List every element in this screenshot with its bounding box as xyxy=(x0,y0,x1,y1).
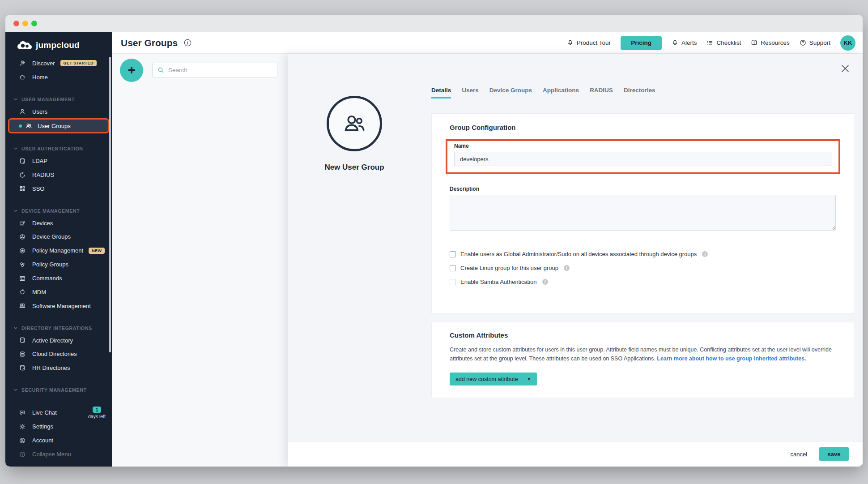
tab-radius[interactable]: RADIUS xyxy=(590,87,613,99)
group-description-textarea[interactable] xyxy=(450,195,836,231)
avatar[interactable]: KK xyxy=(840,35,855,51)
active-dot xyxy=(19,124,22,128)
sidebar-item-label: MDM xyxy=(32,289,46,296)
sidebar-item-label: SSO xyxy=(32,185,44,192)
cancel-button[interactable]: cancel xyxy=(790,451,807,458)
checkbox-label: Enable Samba Authentication xyxy=(460,278,537,285)
policy-groups-icon xyxy=(19,261,26,268)
trial-countdown: 1 days left xyxy=(88,406,106,419)
tab-details[interactable]: Details xyxy=(431,87,451,99)
sidebar-item-label: RADIUS xyxy=(32,171,54,178)
app-header: User Groups Product Tour Pricing Alerts … xyxy=(112,32,863,54)
sidebar-item-label: Active Directory xyxy=(32,337,73,344)
sidebar-item-cloud-directories[interactable]: Cloud Directories xyxy=(5,347,112,361)
sidebar-item-radius[interactable]: RADIUS xyxy=(5,168,112,182)
jumpcloud-logo: jumpcloud xyxy=(17,40,112,50)
directory-db-icon xyxy=(19,337,26,344)
tab-applications[interactable]: Applications xyxy=(543,87,579,99)
group-name-input[interactable] xyxy=(454,152,832,166)
alerts-button[interactable]: Alerts xyxy=(672,39,697,46)
sidebar-item-settings[interactable]: Settings xyxy=(5,420,112,433)
sidebar-item-policy-management[interactable]: Policy Management NEW xyxy=(5,244,112,257)
sidebar-item-device-groups[interactable]: Device Groups xyxy=(5,230,112,244)
sidebar-bottom: Live Chat 1 days left Settings Account xyxy=(5,395,112,467)
tab-directories[interactable]: Directories xyxy=(624,87,655,99)
section-label: DIRECTORY INTEGRATIONS xyxy=(21,326,92,331)
chevron-down-icon xyxy=(13,97,18,102)
checkbox-row-samba: Enable Samba Authentication i xyxy=(450,278,836,285)
linux-group-checkbox[interactable] xyxy=(450,265,456,271)
sidebar-scrollbar[interactable] xyxy=(109,57,111,352)
new-user-group-panel: New User Group Details Users Device Grou… xyxy=(288,54,863,467)
main-area: User Groups Product Tour Pricing Alerts … xyxy=(112,32,863,467)
learn-more-link[interactable]: Learn more about how to use group inheri… xyxy=(657,356,806,362)
close-window-button[interactable] xyxy=(13,21,19,26)
collapse-arrow-icon xyxy=(19,451,26,458)
sidebar-item-user-groups[interactable]: User Groups xyxy=(8,118,109,133)
sidebar-item-active-directory[interactable]: Active Directory xyxy=(5,334,112,347)
info-icon[interactable]: i xyxy=(542,279,548,285)
sidebar-item-collapse-menu[interactable]: Collapse Menu xyxy=(5,447,112,461)
chevron-down-icon xyxy=(13,388,18,392)
sidebar-item-mdm[interactable]: MDM xyxy=(5,285,112,299)
info-icon[interactable]: i xyxy=(564,265,570,271)
bell-icon xyxy=(672,39,678,46)
info-icon[interactable] xyxy=(184,39,191,47)
section-security-management[interactable]: SECURITY MANAGEMENT xyxy=(5,385,112,395)
section-user-authentication[interactable]: USER AUTHENTICATION xyxy=(5,143,112,154)
add-user-group-button[interactable]: + xyxy=(120,59,143,82)
sidebar-item-label: HR Directories xyxy=(32,364,70,371)
search-box[interactable] xyxy=(152,63,277,77)
megaphone-icon xyxy=(567,39,574,46)
sidebar-item-home[interactable]: Home xyxy=(5,70,112,84)
sidebar-item-label: Policy Groups xyxy=(32,261,68,268)
add-custom-attribute-button[interactable]: add new custom attribute ▼ xyxy=(450,373,537,385)
minimize-window-button[interactable] xyxy=(22,21,28,26)
section-user-management[interactable]: USER MANAGEMENT xyxy=(5,94,112,105)
product-tour-button[interactable]: Product Tour xyxy=(567,39,611,46)
support-button[interactable]: Support xyxy=(800,39,830,46)
user-group-icon xyxy=(25,122,32,129)
sidebar-item-discover[interactable]: Discover GET STARTED xyxy=(5,56,112,70)
sidebar-item-commands[interactable]: Commands xyxy=(5,271,112,285)
sidebar-item-users[interactable]: Users xyxy=(5,105,112,119)
radius-gauge-icon xyxy=(19,171,26,179)
description-label: Description xyxy=(450,186,836,192)
samba-auth-checkbox[interactable] xyxy=(450,279,456,285)
checkbox-row-linux-group: Create Linux group for this user group i xyxy=(450,265,836,271)
sidebar-item-sso[interactable]: SSO xyxy=(5,182,112,196)
tab-users[interactable]: Users xyxy=(462,87,479,99)
resources-button[interactable]: Resources xyxy=(751,39,790,46)
get-started-badge: GET STARTED xyxy=(60,60,97,66)
sidebar-item-label: Software Management xyxy=(32,303,91,309)
sidebar-item-label: Collapse Menu xyxy=(32,451,71,458)
divider xyxy=(15,400,102,400)
sidebar-item-hr-directories[interactable]: HR Directories xyxy=(5,361,112,375)
checklist-button[interactable]: Checklist xyxy=(706,39,741,46)
pricing-button[interactable]: Pricing xyxy=(621,36,662,50)
search-input[interactable] xyxy=(168,67,272,73)
cloud-logo-icon xyxy=(17,40,32,50)
save-button[interactable]: save xyxy=(819,447,849,461)
user-group-avatar xyxy=(327,96,382,151)
sidebar-item-live-chat[interactable]: Live Chat 1 days left xyxy=(5,406,112,420)
sidebar-item-devices[interactable]: Devices xyxy=(5,216,112,230)
sidebar-item-software-management[interactable]: Software Management xyxy=(5,299,112,313)
section-directory-integrations[interactable]: DIRECTORY INTEGRATIONS xyxy=(5,323,112,334)
section-device-management[interactable]: DEVICE MANAGEMENT xyxy=(5,206,112,216)
sidebar-item-ldap[interactable]: LDAP xyxy=(5,154,112,168)
sidebar-item-policy-groups[interactable]: Policy Groups xyxy=(5,257,112,271)
checkbox-label: Create Linux group for this user group xyxy=(460,265,558,271)
sidebar-item-account[interactable]: Account xyxy=(5,433,112,447)
software-icon xyxy=(19,302,26,309)
zoom-window-button[interactable] xyxy=(31,21,37,26)
global-admin-checkbox[interactable] xyxy=(450,251,456,257)
target-icon xyxy=(19,247,26,254)
gear-icon xyxy=(19,423,26,430)
panel-title: New User Group xyxy=(288,163,421,172)
info-icon[interactable]: i xyxy=(702,251,708,257)
tab-device-groups[interactable]: Device Groups xyxy=(489,87,532,99)
sidebar: jumpcloud Discover GET STARTED Home USER… xyxy=(5,32,112,467)
app-window: jumpcloud Discover GET STARTED Home USER… xyxy=(5,15,863,467)
book-icon xyxy=(751,39,757,46)
